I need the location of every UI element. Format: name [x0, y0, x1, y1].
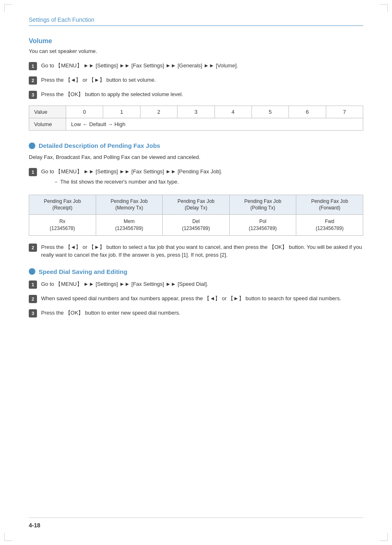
fax-table-wrap: Pending Fax Job(Receipt) Pending Fax Job… [29, 195, 363, 236]
pending-step-1-text: Go to 【MENU】 ►► [Settings] ►► [Fax Setti… [41, 168, 222, 175]
header-title: Settings of Each Function [29, 16, 363, 23]
fax-del: Del(123456789) [163, 215, 230, 236]
corner-mark-tl [4, 4, 12, 12]
pending-section: Detailed Description of Pending Fax Jobs… [29, 142, 363, 259]
pending-step-num-1: 1 [29, 168, 37, 176]
speed-dial-step-3-text: Press the 【OK】 button to enter new speed… [41, 309, 363, 317]
volume-table-wrap: Value 0 1 2 3 4 5 6 7 Volume Low ← [29, 106, 363, 131]
footer: 4-18 [29, 517, 363, 529]
val-0: 0 [66, 106, 103, 118]
page-number: 4-18 [29, 522, 363, 529]
fax-col-forward: Pending Fax Job(Forward) [296, 195, 363, 215]
val-5: 5 [251, 106, 288, 118]
speed-dial-step-num-3: 3 [29, 309, 37, 317]
volume-table-row-1: Value 0 1 2 3 4 5 6 7 [29, 106, 363, 118]
step-num-3: 3 [29, 91, 37, 99]
speed-dial-step-1: 1 Go to 【MENU】 ►► [Settings] ►► [Fax Set… [29, 280, 363, 289]
speed-dial-step-num-1: 1 [29, 281, 37, 289]
volume-value-label: Value [29, 106, 66, 118]
footer-rule [29, 517, 363, 518]
main-content: Settings of Each Function Volume You can… [0, 0, 392, 351]
fax-table: Pending Fax Job(Receipt) Pending Fax Job… [29, 195, 363, 236]
volume-step-3: 3 Press the 【OK】 button to apply the sel… [29, 90, 363, 99]
corner-mark-tr [380, 4, 388, 12]
val-2: 2 [140, 106, 177, 118]
volume-section: Volume You can set speaker volume. 1 Go … [29, 37, 363, 131]
volume-desc: You can set speaker volume. [29, 48, 363, 54]
speed-dial-dot-icon [29, 268, 35, 275]
page-main: 4 [29, 522, 32, 529]
volume-step-2: 2 Press the 【◄】 or 【►】 button to set vol… [29, 76, 363, 85]
fax-col-receipt: Pending Fax Job(Receipt) [29, 195, 96, 215]
pending-heading: Detailed Description of Pending Fax Jobs [39, 142, 160, 149]
pending-step-num-2: 2 [29, 244, 37, 252]
header-rule [29, 25, 363, 26]
pending-step-1: 1 Go to 【MENU】 ►► [Settings] ►► [Fax Set… [29, 168, 363, 188]
fax-col-polling: Pending Fax Job(Polling Tx) [229, 195, 296, 215]
volume-range: Low ← Default → High [66, 118, 363, 131]
step-num-1: 1 [29, 62, 37, 70]
val-6: 6 [289, 106, 326, 118]
volume-label: Volume [29, 118, 66, 131]
fax-fwd: Fwd(123456789) [296, 215, 363, 236]
speed-dial-step-num-2: 2 [29, 295, 37, 303]
speed-dial-step-3: 3 Press the 【OK】 button to enter new spe… [29, 309, 363, 317]
fax-rx: Rx(12345678) [29, 215, 96, 236]
speed-dial-step-2: 2 When saved speed dial numbers and fax … [29, 294, 363, 303]
page-sub: -18 [32, 522, 40, 529]
fax-table-data-row: Rx(12345678) Mem(123456789) Del(12345678… [29, 215, 363, 236]
volume-step-2-text: Press the 【◄】 or 【►】 button to set volum… [41, 76, 363, 84]
volume-table-row-2: Volume Low ← Default → High [29, 118, 363, 131]
fax-pol: Pol(123456789) [229, 215, 296, 236]
val-4: 4 [214, 106, 251, 118]
volume-step-3-text: Press the 【OK】 button to apply the selec… [41, 90, 363, 99]
page: Settings of Each Function Volume You can… [0, 0, 392, 545]
speed-dial-step-2-text: When saved speed dial numbers and fax nu… [41, 294, 363, 303]
corner-mark-br [380, 533, 388, 541]
pending-desc: Delay Fax, Broadcast Fax, and Polling Fa… [29, 154, 363, 160]
speed-dial-heading: Speed Dial Saving and Editing [39, 268, 127, 275]
volume-table: Value 0 1 2 3 4 5 6 7 Volume Low ← [29, 106, 363, 131]
volume-step-1: 1 Go to 【MENU】 ►► [Settings] ►► [Fax Set… [29, 62, 363, 70]
speed-dial-section: Speed Dial Saving and Editing 1 Go to 【M… [29, 268, 363, 317]
volume-step-1-text: Go to 【MENU】 ►► [Settings] ►► [Fax Setti… [41, 62, 363, 70]
corner-mark-bl [4, 533, 12, 541]
speed-dial-heading-wrap: Speed Dial Saving and Editing [29, 268, 363, 275]
val-3: 3 [178, 106, 214, 118]
speed-dial-step-1-text: Go to 【MENU】 ►► [Settings] ►► [Fax Setti… [41, 280, 363, 288]
val-1: 1 [103, 106, 140, 118]
pending-step-2: 2 Press the 【◄】 or 【►】 button to select … [29, 243, 363, 259]
val-7: 7 [326, 106, 363, 118]
volume-heading: Volume [29, 37, 363, 45]
pending-step-2-text: Press the 【◄】 or 【►】 button to select a … [41, 243, 363, 259]
pending-heading-wrap: Detailed Description of Pending Fax Jobs [29, 142, 363, 149]
step-num-2: 2 [29, 76, 37, 85]
fax-col-memory: Pending Fax Job(Memory Tx) [96, 195, 163, 215]
fax-mem: Mem(123456789) [96, 215, 163, 236]
fax-table-header-row: Pending Fax Job(Receipt) Pending Fax Job… [29, 195, 363, 215]
pending-dot-icon [29, 143, 35, 149]
fax-col-delay: Pending Fax Job(Delay Tx) [163, 195, 230, 215]
pending-step-1-sub: － The list shows the receiver's number a… [53, 178, 363, 186]
